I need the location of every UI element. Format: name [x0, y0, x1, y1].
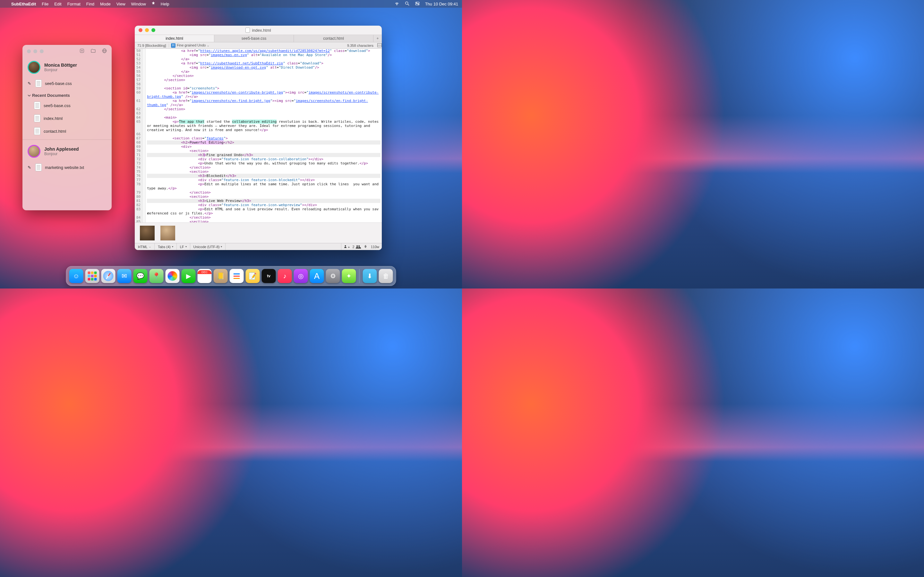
wrap-width[interactable]: 110w — [371, 245, 379, 249]
file-icon — [34, 127, 40, 135]
dock-notes[interactable]: 📝 — [246, 269, 260, 283]
collab-user-file[interactable]: ✎ see5-base.css — [23, 77, 111, 90]
svg-rect-2 — [415, 2, 419, 3]
window-title: index.html — [135, 27, 382, 33]
collab-user-file[interactable]: ✎ marketing website.txt — [23, 161, 111, 174]
editor-traffic-lights[interactable] — [139, 28, 155, 32]
file-name: marketing website.txt — [45, 165, 84, 170]
dock-mail[interactable]: ✉︎ — [118, 269, 132, 283]
editor-tab[interactable]: index.html — [135, 35, 214, 42]
divider — [23, 139, 111, 140]
fold-column[interactable] — [142, 49, 145, 222]
file-name: see5-base.css — [45, 81, 72, 86]
dock-photos[interactable] — [166, 269, 180, 283]
collab-titlebar[interactable] — [23, 45, 111, 58]
recent-file[interactable]: contact.html — [23, 125, 111, 137]
window-minimize-button[interactable] — [145, 28, 149, 32]
split-view-icon[interactable] — [376, 43, 382, 48]
dock-podcasts[interactable]: ◎ — [294, 269, 308, 283]
collab-close-button[interactable] — [27, 49, 31, 53]
participant-avatar-monica[interactable] — [140, 226, 155, 240]
avatar-john — [27, 145, 40, 158]
menubar-clock[interactable]: Thu 10 Dec 09:41 — [425, 2, 458, 6]
recent-header-label: Recent Documents — [32, 93, 70, 98]
dock-messages[interactable]: 💬 — [134, 269, 148, 283]
dock-launchpad[interactable] — [86, 269, 99, 283]
encoding-selector[interactable]: Unicode (UTF-8)▾ — [190, 243, 226, 250]
recent-file[interactable]: see5-base.css — [23, 99, 111, 112]
editing-pencil-icon: ✎ — [27, 165, 32, 170]
cursor-position[interactable]: 71:9 [Blockediting] — [135, 44, 169, 47]
dock-facetime[interactable]: ▶︎ — [182, 269, 196, 283]
new-document-icon[interactable] — [79, 48, 85, 55]
open-folder-icon[interactable] — [90, 48, 96, 55]
lineending-selector[interactable]: LF▾ — [177, 243, 190, 250]
dock-finder[interactable]: ☺ — [69, 269, 83, 283]
network-globe-icon[interactable] — [102, 48, 107, 55]
dock-music[interactable]: ♪ — [278, 269, 292, 283]
svg-rect-4 — [415, 3, 419, 5]
code-content[interactable]: <a href="https://itunes.apple.com/us/app… — [145, 49, 382, 222]
tabs-selector[interactable]: Tabs (4)▾ — [155, 243, 177, 250]
wifi-icon[interactable] — [394, 1, 399, 7]
calendar-month: DEC — [198, 270, 212, 274]
avatar-monica — [27, 61, 40, 74]
dock-tv[interactable]: tv — [262, 269, 276, 283]
file-name: index.html — [44, 116, 63, 121]
dock-safari[interactable] — [102, 269, 115, 283]
dock: ☺ ✉︎ 💬 📍 ▶︎ DEC10 📒 📝 tv ♪ ◎ A ⚙︎ ✦ ⬇︎ 🗑 — [66, 266, 396, 286]
menu-help[interactable]: Help — [158, 2, 172, 6]
menu-edit[interactable]: Edit — [51, 2, 64, 6]
recent-documents-header[interactable]: Recent Documents — [23, 90, 111, 99]
svg-point-17 — [366, 246, 367, 247]
window-close-button[interactable] — [139, 28, 142, 32]
menu-app-icon[interactable] — [149, 1, 158, 7]
dock-subethaedit[interactable]: ✦ — [342, 269, 356, 283]
menu-file[interactable]: File — [39, 2, 51, 6]
menu-mode[interactable]: Mode — [97, 2, 113, 6]
editor-infobar: 71:9 [Blockediting] H Fine grained Undo … — [135, 42, 382, 49]
new-tab-button[interactable]: + — [373, 35, 382, 42]
language-selector[interactable]: HTML⌄ — [135, 243, 155, 250]
symbol-popup[interactable]: Fine grained Undo ⌄ — [177, 43, 212, 47]
recent-file[interactable]: index.html — [23, 112, 111, 125]
control-center-icon[interactable] — [415, 1, 420, 7]
svg-point-0 — [405, 2, 408, 4]
code-editor[interactable]: 5051525354555657585960616263646566676869… — [135, 49, 382, 222]
app-menu[interactable]: SubEthaEdit — [8, 2, 39, 6]
collab-user-name: Monica Böttger — [44, 63, 77, 68]
window-zoom-button[interactable] — [152, 28, 155, 32]
dock-reminders[interactable] — [230, 269, 244, 283]
collab-user-john[interactable]: John Appleseed Bonjour — [23, 142, 111, 161]
collab-zoom-button[interactable] — [40, 49, 44, 53]
window-title-text: index.html — [252, 28, 271, 33]
menu-view[interactable]: View — [113, 2, 128, 6]
collab-user-monica[interactable]: Monica Böttger Bonjour — [23, 58, 111, 77]
dock-system-preferences[interactable]: ⚙︎ — [326, 269, 340, 283]
collab-minimize-button[interactable] — [33, 49, 37, 53]
menu-format[interactable]: Format — [65, 2, 83, 6]
menu-find[interactable]: Find — [83, 2, 97, 6]
dock-appstore[interactable]: A — [310, 269, 324, 283]
dock-calendar[interactable]: DEC10 — [198, 269, 212, 283]
collab-traffic-lights[interactable] — [27, 49, 44, 53]
spotlight-icon[interactable] — [405, 1, 410, 7]
dock-trash[interactable]: 🗑 — [379, 269, 393, 283]
collaboration-window: Monica Böttger Bonjour ✎ see5-base.css R… — [23, 45, 111, 210]
menu-window[interactable]: Window — [128, 2, 149, 6]
editor-titlebar[interactable]: index.html — [135, 26, 382, 35]
participant-count: 2 — [352, 245, 361, 249]
invite-button[interactable]: + — [344, 245, 350, 249]
dock-contacts[interactable]: 📒 — [214, 269, 228, 283]
participant-avatar-john[interactable] — [160, 226, 175, 240]
editor-window: index.html index.html see5-base.css cont… — [135, 26, 382, 250]
dock-maps[interactable]: 📍 — [150, 269, 164, 283]
editor-tab[interactable]: see5-base.css — [214, 35, 294, 42]
svg-point-3 — [416, 2, 417, 3]
announce-icon[interactable] — [364, 245, 368, 249]
dock-downloads[interactable]: ⬇︎ — [363, 269, 377, 283]
editor-tab[interactable]: contact.html — [294, 35, 373, 42]
file-icon — [34, 114, 40, 122]
line-number-gutter: 5051525354555657585960616263646566676869… — [135, 49, 142, 222]
collab-user-sub: Bonjour — [44, 68, 77, 72]
